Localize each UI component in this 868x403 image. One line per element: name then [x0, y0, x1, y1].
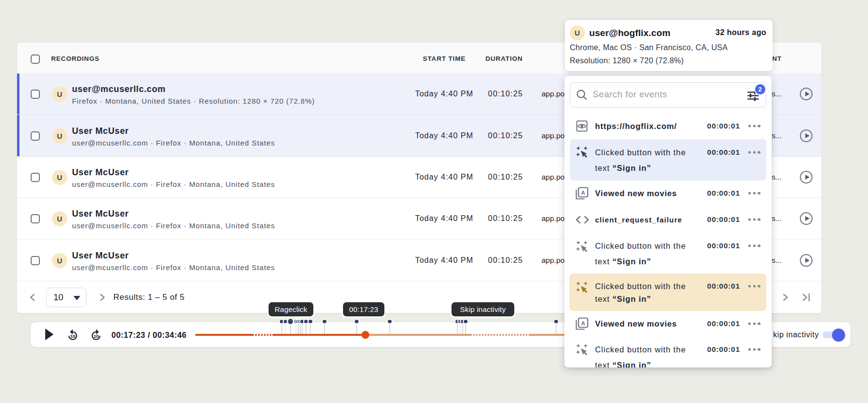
svg-text:10: 10	[70, 333, 75, 339]
svg-text:10: 10	[93, 333, 99, 339]
svg-text:A: A	[581, 190, 585, 196]
svg-text:A: A	[581, 320, 585, 326]
